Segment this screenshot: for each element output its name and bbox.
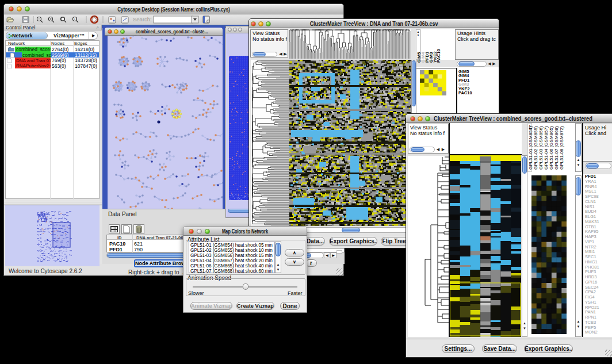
svg-text:1:1: 1:1 [74,18,77,21]
svg-text:Search:: Search: [133,16,152,22]
